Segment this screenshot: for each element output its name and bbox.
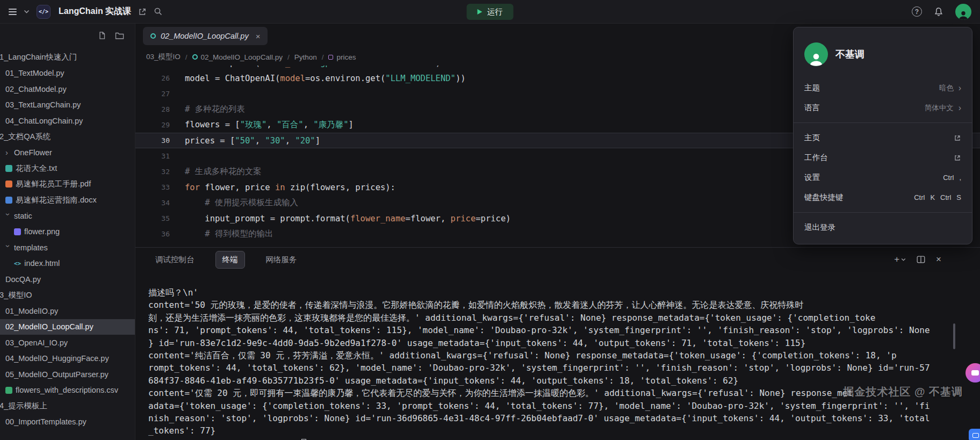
editor-tab[interactable]: 02_ModelIO_LoopCall.py × xyxy=(143,27,268,45)
code-text: # 多种花的列表 xyxy=(170,104,245,115)
new-file-icon[interactable] xyxy=(98,31,106,40)
split-panel-icon[interactable] xyxy=(917,256,925,263)
menu-item-workspace[interactable]: 工作台 xyxy=(794,148,972,168)
chevron-down-icon: › xyxy=(4,245,13,250)
file-tree-item[interactable]: ›OneFlower xyxy=(0,145,135,161)
file-name: 03_TextLangChain.py xyxy=(5,100,81,109)
file-tree-item[interactable]: 01_TextModel.py xyxy=(0,66,135,82)
menu-item-settings[interactable]: 设置Ctrl, xyxy=(794,168,972,187)
file-tree-item[interactable]: 02_ChatModel.py xyxy=(0,81,135,97)
file-tree-item[interactable]: 02_ModelIO_LoopCall.py xyxy=(0,319,135,335)
file-tree-item[interactable]: ›static xyxy=(0,208,135,224)
file-tree-item[interactable]: 02_文档QA系统 xyxy=(0,129,135,145)
shortcut-key: Ctrl xyxy=(914,193,925,201)
file-name: 05_ModelIO_OutputParser.py xyxy=(5,370,109,379)
file-tree-item[interactable]: flower.png xyxy=(0,224,135,240)
notifications-bell-icon[interactable] xyxy=(934,7,943,17)
project-logo: </> xyxy=(37,5,51,19)
file-tree-item[interactable]: 03_OpenAI_IO.py xyxy=(0,335,135,351)
file-tree-item[interactable]: 03_TextLangChain.py xyxy=(0,97,135,113)
chevron-down-icon: › xyxy=(4,213,13,219)
file-tree-item[interactable]: 01_ModelIO.py xyxy=(0,303,135,319)
code-text: # 生成多种花的文案 xyxy=(170,166,262,177)
breadcrumb-item[interactable]: Python xyxy=(294,53,317,61)
shortcut-key: Ctrl xyxy=(943,174,954,182)
profile-menu-items: 主题暗色›语言简体中文›主页工作台设置Ctrl,键盘快捷键CtrlKCtrlS退… xyxy=(794,78,972,237)
terminal-scrollbar[interactable] xyxy=(953,323,955,349)
menu-item-label: 语言 xyxy=(804,103,820,113)
menu-item-home[interactable]: 主页 xyxy=(794,128,972,148)
plus-icon: + xyxy=(894,254,899,265)
external-link-icon xyxy=(954,154,961,162)
file-tree-item[interactable]: 00_ImportTemplates.py xyxy=(0,414,135,430)
menu-item-label: 退出登录 xyxy=(804,222,835,233)
help-icon[interactable]: ? xyxy=(912,6,922,17)
file-name: 02_文档QA系统 xyxy=(0,132,51,142)
line-number: 31 xyxy=(135,152,170,160)
panel-tab[interactable]: 网络服务 xyxy=(259,251,304,269)
terminal-line: rompt_tokens': 44, 'total_tokens': 62}, … xyxy=(148,362,967,374)
file-tree-item[interactable]: 易速鲜花员工手册.pdf xyxy=(0,176,135,192)
pdf-file-icon xyxy=(5,181,12,187)
file-explorer: 01_LangChain快速入门01_TextModel.py02_ChatMo… xyxy=(0,24,135,440)
file-tree-item[interactable]: 05_ModelIO_OutputParser.py xyxy=(0,366,135,383)
file-name: index.html xyxy=(24,259,60,268)
menu-item-keyboard-shortcuts[interactable]: 键盘快捷键CtrlKCtrlS xyxy=(794,187,972,207)
panel-header: 调试控制台终端网络服务 + × xyxy=(135,248,980,271)
panel-tabs: 调试控制台终端网络服务 xyxy=(148,251,304,269)
file-tree-item[interactable]: ›templates xyxy=(0,240,135,256)
shortcut-key: S xyxy=(956,193,961,201)
code-text: input_prompt = prompt.format(flower_name… xyxy=(170,214,511,223)
file-name: 01_TextModel.py xyxy=(5,69,64,77)
screen-floating-button[interactable] xyxy=(969,429,980,440)
line-number: 33 xyxy=(135,183,170,191)
new-folder-icon[interactable] xyxy=(115,32,124,40)
panel-actions: + × xyxy=(894,254,941,265)
close-panel-icon[interactable]: × xyxy=(936,254,941,265)
line-number: 30 xyxy=(135,136,170,145)
file-tree-item[interactable]: 04_ChatLongChain.py xyxy=(0,113,135,129)
chevron-down-icon[interactable] xyxy=(24,10,30,14)
file-tree-item[interactable]: 易速鲜花运营指南.docx xyxy=(0,192,135,208)
chevron-right-icon: › xyxy=(5,148,11,157)
menu-item-logout[interactable]: 退出登录 xyxy=(794,218,972,237)
line-number: 25 xyxy=(135,66,170,67)
breadcrumb-item[interactable]: 03_模型IO xyxy=(146,52,181,62)
close-icon[interactable]: × xyxy=(256,32,261,41)
chevron-right-icon: › xyxy=(959,83,961,93)
breadcrumb-item[interactable]: 02_ModelIO_LoopCall.py xyxy=(192,53,283,61)
menu-item-language[interactable]: 语言简体中文› xyxy=(794,98,972,118)
line-number: 32 xyxy=(135,168,170,176)
file-tree-item[interactable]: DocQA.py xyxy=(0,271,135,287)
file-tree-item[interactable]: <>index.html xyxy=(0,256,135,272)
user-avatar[interactable] xyxy=(955,4,971,20)
share-icon[interactable] xyxy=(138,8,147,16)
file-tree-item[interactable]: 03_模型IO xyxy=(0,287,135,304)
line-number: 26 xyxy=(135,74,170,82)
panel-tab[interactable]: 终端 xyxy=(215,251,245,269)
file-tree-item[interactable]: 04_提示模板上 xyxy=(0,398,135,414)
menu-item-label: 键盘快捷键 xyxy=(804,192,844,203)
terminal-output[interactable]: 描述吗？\n'content='50 元的玫瑰，是爱的使者，传递着深情与浪漫。它… xyxy=(135,271,980,440)
breadcrumb-item[interactable]: prices xyxy=(328,53,356,61)
menu-item-theme[interactable]: 主题暗色› xyxy=(794,78,972,98)
file-tree-item[interactable]: 花语大全.txt xyxy=(0,161,135,177)
menu-icon[interactable] xyxy=(9,9,17,15)
file-tree-item[interactable]: 01_LangChain快速入门 xyxy=(0,49,135,66)
run-button[interactable]: 运行 xyxy=(467,4,514,20)
code-text: model = OpenAI(model_name="gpt-3.5-turbo… xyxy=(170,66,441,68)
file-name: flower.png xyxy=(24,227,60,236)
search-icon[interactable] xyxy=(154,7,163,16)
menu-item-value: 暗色 xyxy=(939,83,954,93)
txt-file-icon xyxy=(5,165,12,172)
terminal-line: adata={'token_usage': {'completion_token… xyxy=(148,400,967,412)
file-name: 03_模型IO xyxy=(0,290,32,300)
file-tree-item[interactable]: 04_ModelIO_HuggingFace.py xyxy=(0,351,135,367)
new-terminal-icon[interactable]: + xyxy=(894,254,906,265)
terminal-line: 刻，还是为生活增添一抹亮丽的色彩，这束玫瑰都将是您的最佳选择。' additio… xyxy=(148,312,967,324)
divider xyxy=(794,212,972,213)
shortcut-key: K xyxy=(930,193,935,201)
play-icon xyxy=(478,9,482,15)
panel-tab[interactable]: 调试控制台 xyxy=(148,251,201,269)
file-tree-item[interactable]: flowers_with_descriptions.csv xyxy=(0,383,135,399)
